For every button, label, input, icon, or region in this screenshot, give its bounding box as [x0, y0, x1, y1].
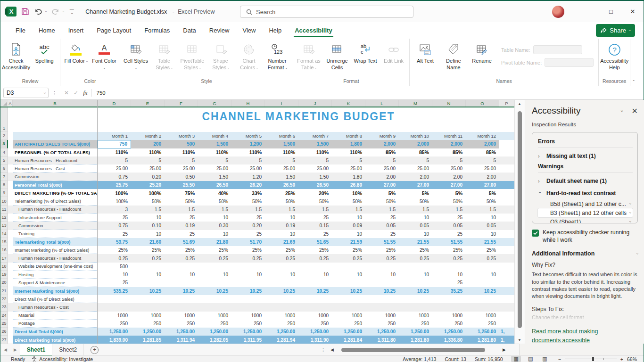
- data-cell[interactable]: [198, 279, 231, 287]
- data-cell[interactable]: 85%: [432, 148, 466, 156]
- column-header-B[interactable]: B: [13, 100, 98, 107]
- data-cell[interactable]: 5: [332, 156, 365, 165]
- data-cell[interactable]: [231, 295, 265, 303]
- row-header-19[interactable]: 19: [0, 271, 8, 279]
- data-cell[interactable]: 5: [466, 156, 499, 165]
- page-layout-view-icon[interactable]: ▤: [526, 356, 535, 362]
- data-cell[interactable]: 10.25: [365, 287, 399, 295]
- data-cell[interactable]: 25.00: [198, 165, 231, 173]
- data-cell[interactable]: 27.00: [466, 181, 499, 189]
- column-header-M[interactable]: M: [399, 100, 432, 107]
- scroll-down-icon[interactable]: ▼: [518, 338, 521, 342]
- active-cell-D3[interactable]: 750: [98, 140, 131, 148]
- data-cell[interactable]: 21.60: [131, 238, 165, 246]
- ribbon-tab-data[interactable]: Data: [176, 23, 202, 38]
- chevron-down-icon[interactable]: ›: [537, 191, 543, 195]
- data-cell[interactable]: 75%: [165, 189, 198, 197]
- define-name-button[interactable]: Define Name: [440, 41, 467, 72]
- sheet-title[interactable]: CHANNEL MARKETING BUDGET: [98, 110, 499, 123]
- data-cell[interactable]: 25%: [332, 246, 365, 254]
- data-cell[interactable]: 1000: [432, 312, 466, 320]
- accessibility-help-button[interactable]: ?Accessibility Help: [601, 41, 628, 72]
- data-cell[interactable]: [466, 279, 499, 287]
- data-cell[interactable]: 100%: [98, 189, 131, 197]
- data-cell[interactable]: [365, 279, 399, 287]
- row-header-6[interactable]: 6: [0, 165, 8, 173]
- data-cell[interactable]: 110%: [98, 148, 131, 156]
- clipped-cell[interactable]: [499, 140, 514, 148]
- ribbon-tab-review[interactable]: Review: [203, 23, 236, 38]
- column-header-K[interactable]: K: [332, 100, 365, 107]
- column-header-P[interactable]: P: [499, 100, 514, 107]
- data-cell[interactable]: [399, 263, 432, 271]
- data-cell[interactable]: 0.25: [231, 254, 265, 262]
- data-cell[interactable]: 10: [265, 271, 298, 279]
- inspection-cell-item[interactable]: B58 (Sheet1) and 12 other c...›: [538, 199, 633, 208]
- data-cell[interactable]: 10: [98, 271, 131, 279]
- data-cell[interactable]: 10: [265, 214, 298, 222]
- data-cell[interactable]: 0.25: [466, 254, 499, 262]
- data-cell[interactable]: 0.19: [165, 222, 198, 230]
- data-cell[interactable]: 25%: [298, 246, 332, 254]
- data-cell[interactable]: 25%: [432, 246, 466, 254]
- data-cell[interactable]: [399, 303, 432, 311]
- row-header-8[interactable]: 8: [0, 181, 8, 189]
- data-cell[interactable]: 51.55: [365, 238, 399, 246]
- data-cell[interactable]: 1,250.00: [265, 328, 298, 336]
- row-label-cell[interactable]: ANTICIPATED SALES TOTAL $(000): [13, 140, 98, 148]
- scroll-up-icon[interactable]: ▲: [518, 102, 521, 106]
- data-cell[interactable]: 25: [231, 214, 265, 222]
- ribbon-tab-help[interactable]: Help: [262, 23, 288, 38]
- data-cell[interactable]: 25: [298, 214, 332, 222]
- row-label-cell[interactable]: Internet Marketing (% of Direct Sales): [13, 246, 98, 254]
- data-cell[interactable]: [131, 295, 165, 303]
- data-cell[interactable]: 25%: [466, 246, 499, 254]
- clipped-cell[interactable]: 1,: [499, 328, 514, 336]
- data-cell[interactable]: 51.65: [298, 238, 332, 246]
- data-cell[interactable]: 110%: [265, 148, 298, 156]
- data-cell[interactable]: 5: [265, 156, 298, 165]
- data-cell[interactable]: 5: [365, 156, 399, 165]
- data-cell[interactable]: 250: [466, 320, 499, 328]
- data-cell[interactable]: 10: [298, 271, 332, 279]
- data-cell[interactable]: 10: [165, 271, 198, 279]
- data-cell[interactable]: 1.5: [432, 206, 466, 214]
- data-cell[interactable]: 0.25: [332, 254, 365, 262]
- data-cell[interactable]: 10: [198, 230, 231, 238]
- data-cell[interactable]: 25.00: [332, 165, 365, 173]
- data-cell[interactable]: 25: [432, 279, 466, 287]
- data-cell[interactable]: 10: [466, 271, 499, 279]
- data-cell[interactable]: 25: [365, 214, 399, 222]
- row-header-21[interactable]: 21: [0, 287, 8, 295]
- row-label-cell[interactable]: Infrastructure Support: [13, 214, 98, 222]
- pane-close-icon[interactable]: ✕: [632, 107, 638, 115]
- ribbon-tab-file[interactable]: File: [9, 23, 32, 38]
- data-cell[interactable]: 25.00: [466, 165, 499, 173]
- data-cell[interactable]: [399, 295, 432, 303]
- data-cell[interactable]: [165, 295, 198, 303]
- data-cell[interactable]: 25%: [165, 246, 198, 254]
- ribbon-tab-insert[interactable]: Insert: [62, 23, 91, 38]
- status-average[interactable]: Average: 1,413: [403, 356, 436, 362]
- clipped-cell[interactable]: [499, 295, 514, 303]
- data-cell[interactable]: 10: [466, 214, 499, 222]
- inspection-item[interactable]: ›Missing alt text (1): [538, 150, 633, 162]
- data-cell[interactable]: 500: [98, 263, 131, 271]
- clipped-cell[interactable]: [499, 279, 514, 287]
- horizontal-scrollbar[interactable]: ▶: [338, 344, 519, 356]
- hscroll-right-icon[interactable]: ▶: [503, 347, 506, 352]
- data-cell[interactable]: 10: [399, 230, 432, 238]
- data-cell[interactable]: 1000: [265, 312, 298, 320]
- column-header-O[interactable]: O: [466, 100, 499, 107]
- zoom-in-icon[interactable]: +: [620, 356, 623, 362]
- data-cell[interactable]: 1.5: [399, 206, 432, 214]
- data-cell[interactable]: 1,311.80: [365, 336, 399, 344]
- data-cell[interactable]: [198, 295, 231, 303]
- data-cell[interactable]: 25.00: [165, 165, 198, 173]
- data-cell[interactable]: 1,800: [332, 140, 365, 148]
- data-cell[interactable]: 250: [298, 320, 332, 328]
- data-cell[interactable]: 27.00: [432, 181, 466, 189]
- data-cell[interactable]: 1,250.00: [231, 328, 265, 336]
- data-cell[interactable]: [198, 303, 231, 311]
- row-header-9[interactable]: 9: [0, 189, 8, 197]
